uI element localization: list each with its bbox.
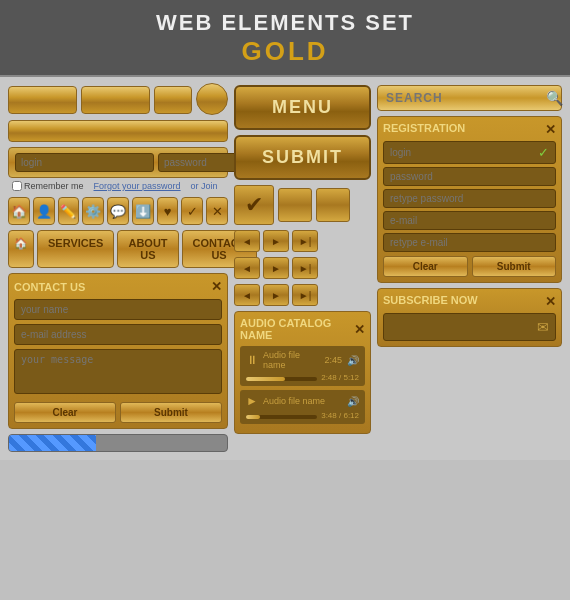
progress-bar-container — [8, 434, 228, 452]
remember-row: Remember me Forgot your password or Join — [8, 180, 228, 192]
subscribe-panel: SUBSCRIBE NOW ✕ ✉ — [377, 288, 562, 347]
edit-icon-btn[interactable]: ✏️ — [58, 197, 80, 225]
nav-services-btn[interactable]: SERVICES — [37, 230, 114, 268]
settings-icon-btn[interactable]: ⚙️ — [82, 197, 104, 225]
login-row: LOG IN — [8, 147, 228, 178]
reg-password-row — [383, 167, 556, 186]
audio-volume-icon[interactable]: 🔊 — [347, 355, 359, 366]
reg-retype-email-row — [383, 233, 556, 252]
audio-track-1-fill — [246, 377, 285, 381]
media-next-3[interactable]: ►| — [292, 284, 318, 306]
audio-panel-header: AUDIO CATALOG NAME ✕ — [240, 317, 365, 341]
top-buttons-row — [8, 85, 228, 115]
audio-track-1-time: 2:45 — [324, 355, 342, 365]
reg-clear-btn[interactable]: Clear — [383, 256, 468, 277]
media-prev-2[interactable]: ◄ — [234, 257, 260, 279]
sub-input-row: ✉ — [383, 313, 556, 341]
user-icon-btn[interactable]: 👤 — [33, 197, 55, 225]
main-content: LOG IN Remember me Forgot your password … — [0, 77, 570, 460]
media-next-2[interactable]: ►| — [292, 257, 318, 279]
nav-home-btn[interactable]: 🏠 — [8, 230, 34, 268]
join-link[interactable]: or Join — [191, 181, 218, 191]
audio-track-2-fill — [246, 415, 260, 419]
contact-name-input[interactable] — [14, 299, 222, 320]
audio-play-btn-2[interactable]: ► — [246, 394, 258, 408]
submit-big-button[interactable]: SUBMIT — [234, 135, 371, 180]
reg-retype-password-input[interactable] — [390, 193, 549, 204]
reg-submit-btn[interactable]: Submit — [472, 256, 557, 277]
search-bar: 🔍 — [377, 85, 562, 111]
reg-title: REGISTRATION — [383, 122, 465, 137]
reg-login-row: ✓ — [383, 141, 556, 164]
sub-title: SUBSCRIBE NOW — [383, 294, 478, 309]
nav-row: 🏠 SERVICES ABOUT US CONTACT US — [8, 230, 228, 268]
login-section: LOG IN Remember me Forgot your password … — [8, 147, 228, 192]
media-play-1[interactable]: ► — [263, 230, 289, 252]
square-button-1[interactable] — [278, 188, 312, 222]
media-play-2[interactable]: ► — [263, 257, 289, 279]
circle-button[interactable] — [196, 83, 228, 115]
x-icon-btn[interactable]: ✕ — [206, 197, 228, 225]
contact-message-input[interactable] — [14, 349, 222, 394]
reg-btn-row: Clear Submit — [383, 256, 556, 277]
left-column: LOG IN Remember me Forgot your password … — [8, 85, 228, 452]
audio-track-2-info: ► Audio file name 🔊 — [246, 394, 359, 408]
square-button-2[interactable] — [316, 188, 350, 222]
down-icon-btn[interactable]: ⬇️ — [132, 197, 154, 225]
page-title: WEB ELEMENTS SET — [0, 10, 570, 36]
wide-bar[interactable] — [8, 120, 228, 142]
reg-login-input[interactable] — [390, 147, 538, 158]
reg-check-icon: ✓ — [538, 145, 549, 160]
header: WEB ELEMENTS SET GOLD — [0, 0, 570, 77]
remember-label[interactable]: Remember me — [12, 181, 84, 191]
media-next-1[interactable]: ►| — [292, 230, 318, 252]
audio-track-2: ► Audio file name 🔊 3:48 / 6:12 — [240, 390, 365, 424]
small-button-1[interactable] — [154, 86, 192, 114]
chat-icon-btn[interactable]: 💬 — [107, 197, 129, 225]
icon-row: 🏠 👤 ✏️ ⚙️ 💬 ⬇️ ♥ ✓ ✕ — [8, 197, 228, 225]
contact-clear-btn[interactable]: Clear — [14, 402, 116, 423]
checkmark-button[interactable]: ✔ — [234, 185, 274, 225]
sub-title-row: SUBSCRIBE NOW ✕ — [383, 294, 556, 309]
media-row-2: ◄ ► ►| — [234, 257, 371, 279]
contact-panel-header: CONTACT US ✕ — [14, 279, 222, 294]
heart-icon-btn[interactable]: ♥ — [157, 197, 179, 225]
audio-panel: AUDIO CATALOG NAME ✕ ⏸ Audio file name 2… — [234, 311, 371, 434]
middle-column: MENU SUBMIT ✔ ◄ ► ►| ◄ ► ►| ◄ ► ►| — [234, 85, 371, 452]
reg-password-input[interactable] — [390, 171, 549, 182]
home-icon-btn[interactable]: 🏠 — [8, 197, 30, 225]
search-input[interactable] — [386, 91, 541, 105]
menu-button[interactable]: MENU — [234, 85, 371, 130]
reg-retype-email-input[interactable] — [390, 237, 549, 248]
wide-button-2[interactable] — [81, 86, 150, 114]
login-input[interactable] — [15, 153, 154, 172]
forgot-password-link[interactable]: Forgot your password — [94, 181, 181, 191]
contact-submit-btn[interactable]: Submit — [120, 402, 222, 423]
wide-button-1[interactable] — [8, 86, 77, 114]
media-play-3[interactable]: ► — [263, 284, 289, 306]
media-prev-3[interactable]: ◄ — [234, 284, 260, 306]
remember-checkbox[interactable] — [12, 181, 22, 191]
sub-email-input[interactable] — [390, 322, 537, 333]
audio-track-1-progress[interactable] — [246, 377, 317, 381]
nav-about-btn[interactable]: ABOUT US — [117, 230, 178, 268]
sub-email-icon: ✉ — [537, 319, 549, 335]
page-subtitle: GOLD — [0, 36, 570, 67]
media-row-3: ◄ ► ►| — [234, 284, 371, 306]
sub-close-btn[interactable]: ✕ — [545, 294, 556, 309]
audio-track-1-name: Audio file name — [263, 350, 319, 370]
contact-panel: CONTACT US ✕ Clear Submit — [8, 273, 228, 429]
contact-panel-close[interactable]: ✕ — [211, 279, 222, 294]
media-prev-1[interactable]: ◄ — [234, 230, 260, 252]
audio-pause-btn[interactable]: ⏸ — [246, 353, 258, 367]
contact-email-input[interactable] — [14, 324, 222, 345]
audio-track-2-name: Audio file name — [263, 396, 342, 406]
audio-panel-close[interactable]: ✕ — [354, 322, 365, 337]
reg-close-btn[interactable]: ✕ — [545, 122, 556, 137]
audio-track-2-progress[interactable] — [246, 415, 317, 419]
reg-email-input[interactable] — [390, 215, 549, 226]
audio-track-1-info: ⏸ Audio file name 2:45 🔊 — [246, 350, 359, 370]
check-btn-row: ✔ — [234, 185, 371, 225]
check-icon-btn[interactable]: ✓ — [181, 197, 203, 225]
audio-volume-icon-2[interactable]: 🔊 — [347, 396, 359, 407]
